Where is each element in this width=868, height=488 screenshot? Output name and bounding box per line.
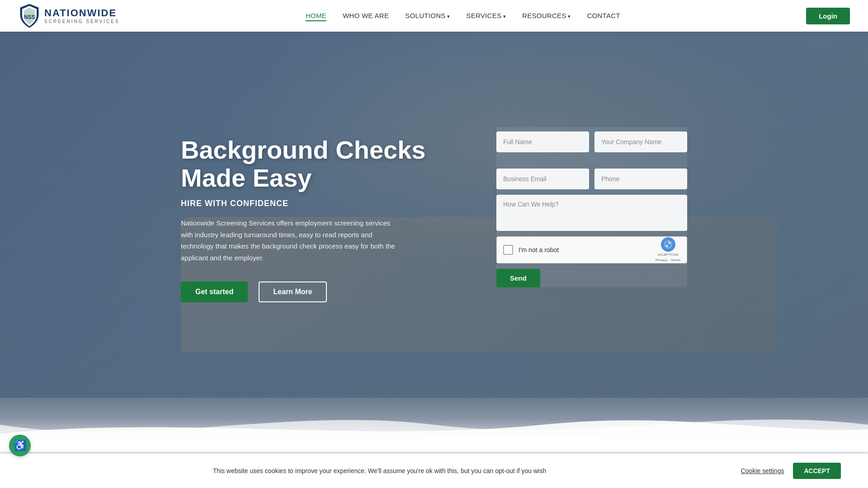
learn-more-button[interactable]: Learn More	[259, 282, 326, 302]
recaptcha-checkbox[interactable]	[503, 245, 513, 255]
hero-title: Background Checks Made Easy	[181, 136, 469, 192]
cookie-message: This website uses cookies to improve you…	[27, 467, 732, 474]
hero-content: Background Checks Made Easy HIRE WITH CO…	[163, 127, 705, 302]
logo-text: NATIONWIDE SCREENING SERVICES	[44, 8, 120, 23]
hero-buttons: Get started Learn More	[181, 282, 469, 302]
nav-link-home[interactable]: HOME	[306, 12, 326, 21]
contact-form: I'm not a robot reCAPTCHA Privacy - Term…	[496, 127, 687, 287]
business-email-input[interactable]	[496, 169, 589, 189]
wave-section	[0, 398, 868, 452]
login-button[interactable]: Login	[806, 8, 850, 24]
nav-link-contact[interactable]: CONTACT	[587, 12, 620, 19]
recaptcha-widget[interactable]: I'm not a robot reCAPTCHA Privacy - Term…	[496, 236, 687, 263]
cookie-settings-button[interactable]: Cookie settings	[741, 467, 784, 474]
message-textarea[interactable]	[496, 195, 687, 231]
nav-item-home[interactable]: HOME	[306, 12, 326, 20]
logo-main-text: NATIONWIDE	[44, 8, 120, 19]
phone-input[interactable]	[594, 169, 687, 189]
send-button[interactable]: Send	[496, 269, 540, 287]
company-name-input[interactable]	[594, 131, 687, 152]
cookie-banner: This website uses cookies to improve you…	[0, 454, 868, 488]
recaptcha-links: Privacy - Terms	[656, 258, 680, 263]
svg-text:NSS: NSS	[24, 14, 35, 20]
navbar: NSS NATIONWIDE SCREENING SERVICES HOME W…	[0, 0, 868, 32]
nav-link-who-we-are[interactable]: WHO WE ARE	[343, 12, 389, 19]
hero-description: Nationwide Screening Services offers emp…	[181, 217, 402, 263]
recaptcha-left: I'm not a robot	[503, 245, 559, 255]
nav-item-who-we-are[interactable]: WHO WE ARE	[343, 12, 389, 20]
recaptcha-brand: reCAPTCHA	[658, 253, 678, 257]
hero-left-panel: Background Checks Made Easy HIRE WITH CO…	[181, 127, 469, 302]
svg-point-1	[661, 237, 675, 252]
nav-item-contact[interactable]: CONTACT	[587, 12, 620, 20]
logo-sub-text: SCREENING SERVICES	[44, 19, 120, 24]
accessibility-icon: ♿	[14, 440, 26, 451]
nav-item-services[interactable]: SERVICES	[466, 12, 506, 20]
recaptcha-label: I'm not a robot	[519, 246, 559, 253]
wave-svg	[0, 398, 868, 452]
nav-link-services[interactable]: SERVICES	[466, 12, 506, 19]
accept-button[interactable]: ACCEPT	[793, 463, 841, 479]
nav-item-resources[interactable]: RESOURCES	[522, 12, 571, 20]
logo[interactable]: NSS NATIONWIDE SCREENING SERVICES	[18, 3, 120, 28]
shield-logo-icon: NSS	[18, 3, 41, 28]
hero-section: Background Checks Made Easy HIRE WITH CO…	[0, 32, 868, 398]
full-name-input[interactable]	[496, 131, 589, 152]
get-started-button[interactable]: Get started	[181, 282, 248, 302]
accessibility-button[interactable]: ♿	[9, 435, 31, 456]
nav-item-solutions[interactable]: SOLUTIONS	[405, 12, 450, 20]
form-row-contact	[496, 169, 687, 189]
recaptcha-icon	[661, 237, 675, 252]
nav-links: HOME WHO WE ARE SOLUTIONS SERVICES RESOU…	[306, 12, 620, 20]
form-row-name	[496, 131, 687, 152]
recaptcha-right: reCAPTCHA Privacy - Terms	[656, 237, 680, 263]
form-spacer	[496, 158, 687, 163]
hero-subtitle: HIRE WITH CONFIDENCE	[181, 199, 469, 208]
nav-link-solutions[interactable]: SOLUTIONS	[405, 12, 450, 19]
nav-link-resources[interactable]: RESOURCES	[522, 12, 571, 19]
